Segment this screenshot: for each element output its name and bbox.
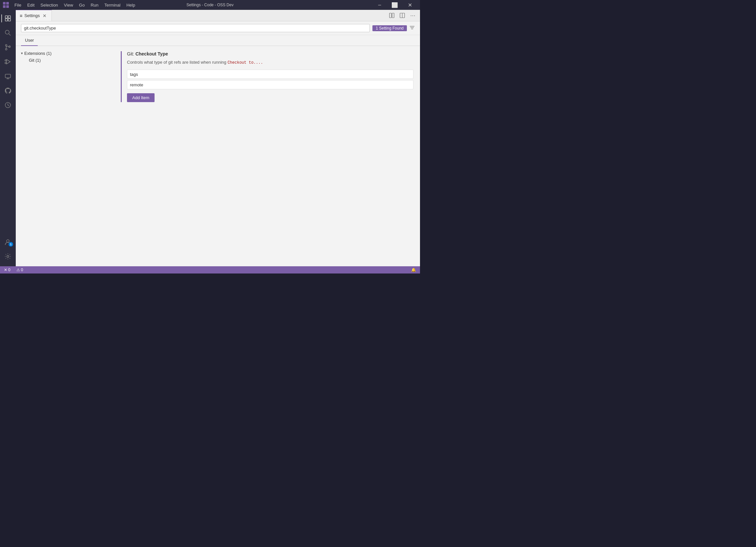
search-input[interactable]	[24, 26, 367, 31]
status-warnings[interactable]: ⚠ 0	[15, 266, 25, 274]
window-controls: – ⬜ ✕	[372, 0, 417, 10]
activity-timeline[interactable]	[1, 98, 14, 112]
list-item: tags	[127, 70, 413, 79]
svg-rect-2	[3, 5, 6, 8]
svg-rect-3	[6, 5, 9, 8]
activity-search[interactable]	[1, 26, 14, 39]
setting-desc-text: Controls what type of git refs are liste…	[127, 60, 227, 65]
status-errors[interactable]: ✕ 0	[3, 266, 12, 274]
settings-tab[interactable]: ≡ Settings ✕	[16, 10, 52, 21]
activity-run-debug[interactable]	[1, 55, 14, 68]
tab-bar: ≡ Settings ✕ ⋯	[16, 10, 420, 21]
menu-view[interactable]: View	[61, 2, 76, 8]
search-input-wrapper	[21, 24, 370, 32]
tree-item-git-label: Git (1)	[29, 58, 41, 63]
settings-detail: Git: Checkout Type Controls what type of…	[114, 46, 420, 266]
activity-bottom: 1	[1, 235, 14, 266]
setting-prefix: Git:	[127, 51, 136, 56]
activity-settings[interactable]	[1, 250, 14, 263]
setting-name: Checkout Type	[136, 51, 168, 56]
setting-desc-code: Checkout to....	[227, 60, 263, 65]
window-title: Settings - Code - OSS Dev	[186, 3, 233, 7]
accounts-badge: 1	[9, 242, 13, 246]
activity-bar: 1	[0, 10, 16, 266]
menu-terminal[interactable]: Terminal	[102, 2, 123, 8]
svg-rect-7	[8, 19, 11, 21]
status-bar: ✕ 0 ⚠ 0 🔔	[0, 266, 420, 274]
titlebar: File Edit Selection View Go Run Terminal…	[0, 0, 420, 10]
close-button[interactable]: ✕	[402, 0, 417, 10]
list-item-tags: tags	[130, 72, 138, 77]
activity-github[interactable]	[1, 84, 14, 97]
activity-accounts[interactable]: 1	[1, 235, 14, 248]
status-left: ✕ 0 ⚠ 0	[3, 266, 24, 274]
settings-content: 1 Setting Found User ▾	[16, 21, 420, 266]
tree-panel: ▾ Extensions (1) Git (1)	[16, 46, 114, 266]
open-to-side-button[interactable]	[387, 11, 396, 20]
svg-point-15	[5, 62, 6, 64]
main-layout: 1 ≡ Settings ✕	[0, 10, 420, 266]
list-item-remote: remote	[130, 82, 143, 87]
notifications-button[interactable]: 🔔	[410, 266, 417, 274]
svg-point-10	[6, 45, 7, 46]
svg-rect-22	[389, 13, 391, 18]
error-icon: ✕	[4, 267, 7, 272]
menu-help[interactable]: Help	[124, 2, 138, 8]
tab-actions: ⋯	[387, 10, 420, 21]
svg-point-14	[5, 60, 6, 61]
svg-rect-1	[6, 2, 9, 5]
svg-point-11	[6, 49, 7, 50]
tree-item-extensions-label: Extensions (1)	[24, 51, 52, 56]
maximize-button[interactable]: ⬜	[387, 0, 402, 10]
error-count: 0	[8, 267, 11, 272]
svg-point-21	[7, 255, 9, 257]
activity-remote-explorer[interactable]	[1, 70, 14, 83]
tab-user[interactable]: User	[21, 35, 38, 46]
chevron-down-icon: ▾	[21, 51, 23, 55]
settings-body: ▾ Extensions (1) Git (1) Git: Checkout T…	[16, 46, 420, 266]
tab-icon: ≡	[20, 13, 22, 18]
warning-count: 0	[21, 267, 23, 272]
svg-rect-0	[3, 2, 6, 5]
svg-rect-4	[5, 16, 8, 18]
settings-tabs-bar: User	[16, 35, 420, 46]
menu-go[interactable]: Go	[76, 2, 87, 8]
svg-rect-16	[5, 74, 11, 78]
svg-marker-13	[7, 59, 10, 64]
tab-label: Settings	[24, 13, 40, 18]
warning-icon: ⚠	[16, 267, 20, 272]
editor-area: ≡ Settings ✕ ⋯	[16, 10, 420, 266]
activity-explorer[interactable]	[1, 12, 14, 25]
svg-line-9	[9, 34, 11, 35]
activity-source-control[interactable]	[1, 41, 14, 54]
svg-point-20	[7, 240, 9, 242]
menu-run[interactable]: Run	[88, 2, 101, 8]
menu-selection[interactable]: Selection	[38, 2, 60, 8]
tab-close-button[interactable]: ✕	[42, 13, 48, 19]
setting-checkout-type: Git: Checkout Type Controls what type of…	[121, 51, 413, 102]
search-results-badge: 1 Setting Found	[372, 25, 407, 31]
filter-settings-button[interactable]	[409, 25, 415, 32]
list-item: remote	[127, 80, 413, 89]
app-logo	[3, 2, 9, 8]
svg-rect-6	[5, 19, 8, 21]
search-bar: 1 Setting Found	[16, 21, 420, 35]
tree-item-git[interactable]: Git (1)	[18, 57, 112, 64]
bell-icon: 🔔	[411, 267, 416, 272]
svg-rect-5	[8, 16, 11, 18]
more-actions-button[interactable]: ⋯	[408, 11, 417, 20]
setting-description: Controls what type of git refs are liste…	[127, 59, 413, 66]
tree-item-extensions[interactable]: ▾ Extensions (1)	[18, 50, 112, 57]
minimize-button[interactable]: –	[372, 0, 387, 10]
svg-point-8	[5, 30, 9, 34]
menu-file[interactable]: File	[12, 2, 24, 8]
split-editor-button[interactable]	[398, 11, 407, 20]
status-right: 🔔	[410, 266, 417, 274]
menu-edit[interactable]: Edit	[25, 2, 37, 8]
setting-title: Git: Checkout Type	[127, 51, 413, 56]
add-item-button[interactable]: Add Item	[127, 93, 155, 102]
svg-rect-23	[392, 13, 394, 18]
